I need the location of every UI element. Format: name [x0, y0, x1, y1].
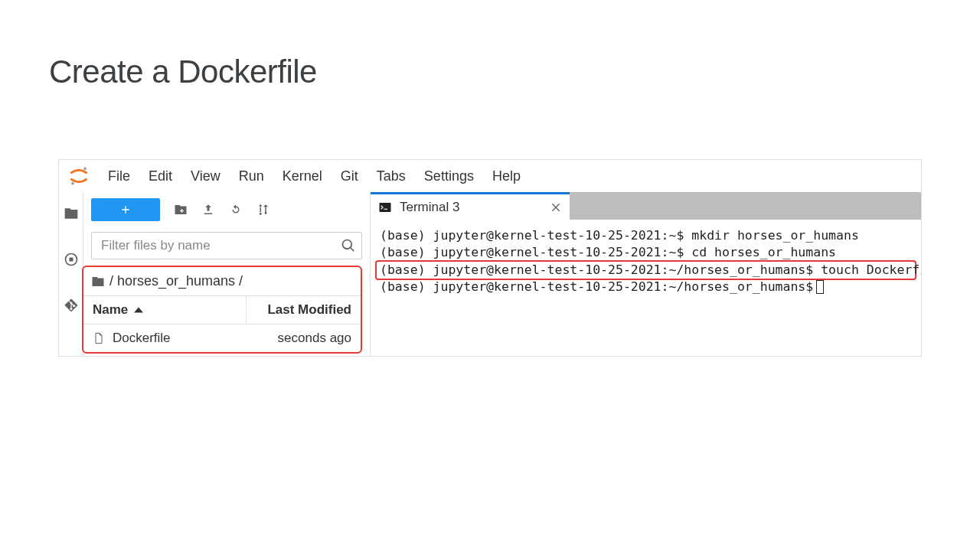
menu-tabs[interactable]: Tabs: [368, 168, 415, 184]
new-folder-icon[interactable]: [174, 203, 188, 217]
menu-settings[interactable]: Settings: [415, 168, 483, 184]
file-toolbar: [83, 192, 370, 227]
svg-rect-4: [69, 258, 73, 262]
search-icon: [341, 238, 356, 253]
tab-bar: Terminal 3: [371, 192, 921, 220]
menu-help[interactable]: Help: [483, 168, 530, 184]
cursor-icon: [816, 280, 824, 294]
jupyterlab-window: File Edit View Run Kernel Git Tabs Setti…: [58, 159, 922, 357]
menubar: File Edit View Run Kernel Git Tabs Setti…: [59, 160, 921, 192]
new-launcher-button[interactable]: [91, 198, 160, 221]
terminal-line: (base) jupyter@kernel-test-10-25-2021:~$…: [380, 244, 912, 261]
refresh-icon[interactable]: [229, 203, 243, 217]
slide-title: Create a Dockerfile: [0, 0, 980, 90]
file-icon: [93, 332, 105, 344]
menu-edit[interactable]: Edit: [139, 168, 181, 184]
jupyter-logo-icon: [68, 165, 90, 187]
git-icon[interactable]: [64, 298, 79, 313]
file-list-highlight: / horses_or_humans / Name Last Modified …: [82, 266, 362, 354]
menu-file[interactable]: File: [99, 168, 139, 184]
file-row[interactable]: Dockerfile seconds ago: [83, 324, 361, 352]
sort-asc-icon: [134, 305, 143, 315]
svg-point-1: [83, 168, 87, 171]
breadcrumb[interactable]: / horses_or_humans /: [83, 267, 361, 296]
menu-kernel[interactable]: Kernel: [273, 168, 332, 184]
menu-run[interactable]: Run: [230, 168, 273, 184]
terminal-line: (base) jupyter@kernel-test-10-25-2021:~/…: [380, 279, 912, 295]
column-name-header[interactable]: Name: [83, 296, 246, 324]
close-icon[interactable]: [550, 201, 562, 214]
svg-rect-5: [380, 203, 391, 212]
file-browser: / horses_or_humans / Name Last Modified …: [83, 192, 371, 356]
terminal-line: (base) jupyter@kernel-test-10-25-2021:~/…: [375, 260, 916, 280]
plus-icon: [119, 204, 132, 216]
terminal-output[interactable]: (base) jupyter@kernel-test-10-25-2021:~$…: [371, 220, 921, 356]
column-modified-header[interactable]: Last Modified: [246, 296, 361, 324]
file-modified: seconds ago: [246, 324, 361, 352]
breadcrumb-path: / horses_or_humans /: [109, 273, 243, 289]
main-area: Terminal 3 (base) jupyter@kernel-test-10…: [371, 192, 921, 356]
file-list-header: Name Last Modified: [83, 296, 361, 324]
menu-git[interactable]: Git: [332, 168, 368, 184]
upload-icon[interactable]: [201, 203, 215, 217]
tab-label: Terminal 3: [400, 200, 459, 215]
file-name: Dockerfile: [113, 331, 171, 346]
tab-terminal[interactable]: Terminal 3: [371, 192, 570, 220]
terminal-icon: [378, 201, 392, 214]
svg-point-2: [71, 182, 74, 185]
folder-icon[interactable]: [64, 206, 79, 221]
filter-input[interactable]: [91, 232, 362, 259]
folder-icon: [91, 275, 105, 289]
activity-bar: [59, 192, 83, 356]
git-pull-icon[interactable]: [256, 203, 270, 217]
terminal-line: (base) jupyter@kernel-test-10-25-2021:~$…: [380, 227, 912, 244]
running-sessions-icon[interactable]: [64, 252, 79, 267]
menu-view[interactable]: View: [181, 168, 230, 184]
